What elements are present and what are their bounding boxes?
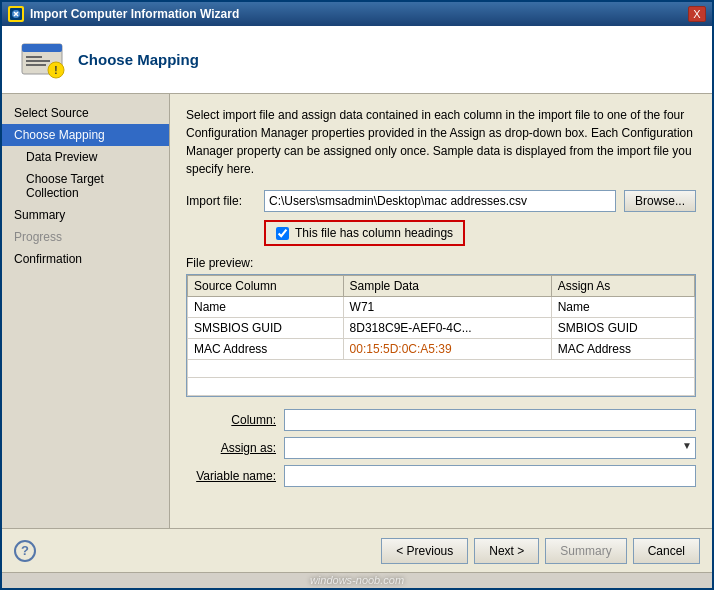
sidebar-item-select-source[interactable]: Select Source (2, 102, 169, 124)
wizard-header: ! Choose Mapping (2, 26, 712, 94)
footer-buttons: < Previous Next > Summary Cancel (381, 538, 700, 564)
page-title: Choose Mapping (78, 51, 199, 68)
sidebar-item-confirmation[interactable]: Confirmation (2, 248, 169, 270)
col-header-source: Source Column (188, 276, 344, 297)
main-window: Import Computer Information Wizard X ! C… (0, 0, 714, 590)
main-panel: Select import file and assign data conta… (170, 94, 712, 528)
watermark-text: windows-noob.com (310, 574, 404, 586)
cell-assign-1: SMBIOS GUID (551, 318, 694, 339)
cell-source-0: Name (188, 297, 344, 318)
import-file-input[interactable] (264, 190, 616, 212)
assign-as-select-wrapper: Name SMBIOS GUID MAC Address (284, 437, 696, 459)
column-input[interactable] (284, 409, 696, 431)
svg-rect-6 (26, 64, 46, 66)
cell-source-1: SMSBIOS GUID (188, 318, 344, 339)
table-row[interactable]: MAC Address 00:15:5D:0C:A5:39 MAC Addres… (188, 339, 695, 360)
column-headings-checkbox-row: This file has column headings (264, 220, 465, 246)
table-row-empty (188, 360, 695, 378)
assign-as-row: Assign as: Name SMBIOS GUID MAC Address (186, 437, 696, 459)
sidebar: Select Source Choose Mapping Data Previe… (2, 94, 170, 528)
col-header-sample: Sample Data (343, 276, 551, 297)
cancel-button[interactable]: Cancel (633, 538, 700, 564)
svg-rect-4 (26, 56, 42, 58)
sidebar-item-choose-target[interactable]: Choose Target Collection (2, 168, 169, 204)
file-preview-label: File preview: (186, 256, 696, 270)
cell-sample-1: 8D318C9E-AEF0-4C... (343, 318, 551, 339)
file-preview-table: Source Column Sample Data Assign As Name… (186, 274, 696, 397)
summary-button: Summary (545, 538, 626, 564)
col-header-assign: Assign As (551, 276, 694, 297)
import-file-label: Import file: (186, 194, 256, 208)
variable-name-row: Variable name: (186, 465, 696, 487)
description-text: Select import file and assign data conta… (186, 106, 696, 178)
browse-button[interactable]: Browse... (624, 190, 696, 212)
cell-sample-2: 00:15:5D:0C:A5:39 (343, 339, 551, 360)
svg-rect-5 (26, 60, 50, 62)
mapping-form: Column: Assign as: Name SMBIOS GUID MAC … (186, 409, 696, 487)
variable-name-label: Variable name: (186, 469, 276, 483)
wizard-content: Select Source Choose Mapping Data Previe… (2, 94, 712, 528)
bottom-watermark-bar: windows-noob.com (2, 572, 712, 588)
svg-text:!: ! (54, 65, 57, 76)
column-row: Column: (186, 409, 696, 431)
close-button[interactable]: X (688, 6, 706, 22)
assign-as-label: Assign as: (186, 441, 276, 455)
table-row[interactable]: Name W71 Name (188, 297, 695, 318)
table-row[interactable]: SMSBIOS GUID 8D318C9E-AEF0-4C... SMBIOS … (188, 318, 695, 339)
cell-assign-0: Name (551, 297, 694, 318)
window-title: Import Computer Information Wizard (30, 7, 239, 21)
cell-source-2: MAC Address (188, 339, 344, 360)
column-label: Column: (186, 413, 276, 427)
sidebar-item-summary[interactable]: Summary (2, 204, 169, 226)
wizard-icon: ! (18, 36, 66, 84)
svg-rect-3 (22, 44, 62, 52)
previous-button[interactable]: < Previous (381, 538, 468, 564)
cell-sample-0: W71 (343, 297, 551, 318)
variable-name-input[interactable] (284, 465, 696, 487)
table-row-empty (188, 378, 695, 396)
assign-as-select[interactable]: Name SMBIOS GUID MAC Address (284, 437, 696, 459)
title-bar: Import Computer Information Wizard X (2, 2, 712, 26)
help-button[interactable]: ? (14, 540, 36, 562)
column-headings-label[interactable]: This file has column headings (295, 226, 453, 240)
sidebar-item-data-preview[interactable]: Data Preview (2, 146, 169, 168)
sidebar-item-choose-mapping[interactable]: Choose Mapping (2, 124, 169, 146)
title-icon (8, 6, 24, 22)
sidebar-item-progress: Progress (2, 226, 169, 248)
next-button[interactable]: Next > (474, 538, 539, 564)
column-headings-checkbox[interactable] (276, 227, 289, 240)
wizard-footer: ? < Previous Next > Summary Cancel (2, 528, 712, 572)
import-file-row: Import file: Browse... (186, 190, 696, 212)
cell-assign-2: MAC Address (551, 339, 694, 360)
